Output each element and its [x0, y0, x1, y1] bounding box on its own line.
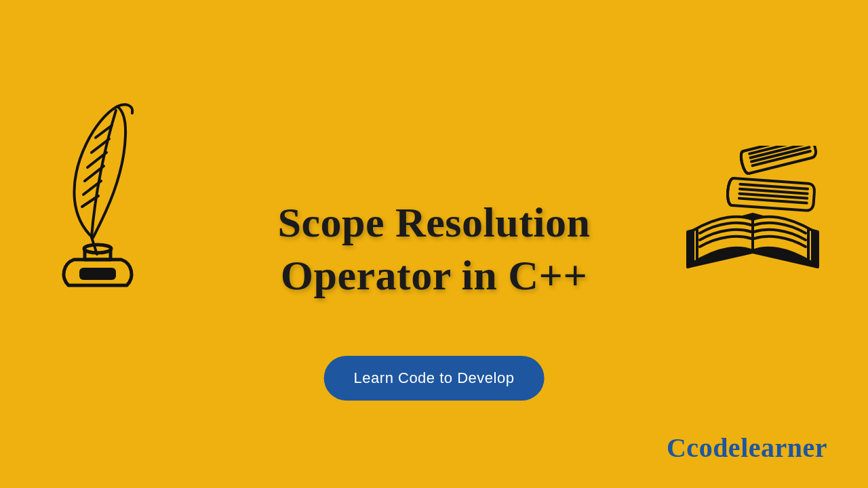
title-line-2: Operator in C++: [281, 252, 587, 298]
page-title: Scope Resolution Operator in C++: [129, 197, 739, 302]
brand-logo-text: Ccodelearner: [667, 432, 827, 464]
learn-code-button[interactable]: Learn Code to Develop: [324, 356, 545, 401]
svg-point-0: [84, 245, 111, 253]
title-line-1: Scope Resolution: [278, 199, 591, 245]
svg-rect-1: [79, 268, 116, 280]
cta-label: Learn Code to Develop: [354, 369, 515, 386]
